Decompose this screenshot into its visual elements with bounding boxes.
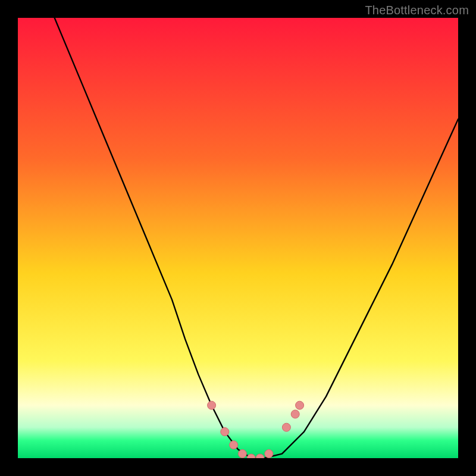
marker-point (247, 454, 255, 458)
marker-point (291, 410, 299, 418)
watermark-text: TheBottleneck.com (365, 4, 469, 17)
marker-point (208, 401, 216, 409)
chart-frame: TheBottleneck.com (0, 0, 476, 476)
marker-point (265, 450, 273, 458)
curve-layer (18, 18, 458, 458)
marker-point (256, 454, 264, 458)
plot-area (18, 18, 458, 458)
marker-point (282, 423, 290, 431)
marker-point (238, 450, 246, 458)
highlight-markers (208, 401, 304, 458)
marker-point (221, 428, 229, 436)
bottleneck-curve (18, 18, 458, 458)
marker-point (230, 441, 238, 449)
marker-point (296, 401, 304, 409)
